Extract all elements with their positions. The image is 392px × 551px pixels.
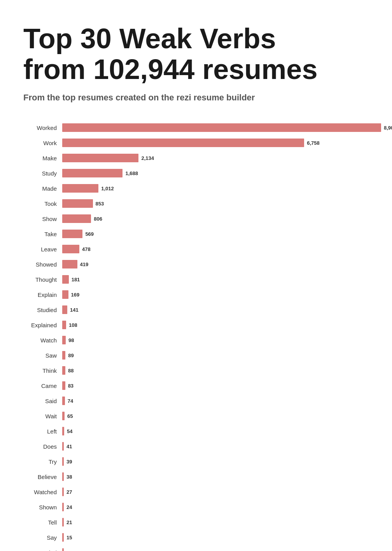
bar-label: Work (23, 140, 62, 146)
list-item: Took853 (23, 198, 369, 209)
list-item: Explained108 (23, 319, 369, 330)
bar-value: 181 (72, 277, 80, 283)
list-item: Shown24 (23, 502, 369, 512)
bar-fill (62, 245, 79, 253)
bar-value: 39 (66, 459, 72, 465)
list-item: Think88 (23, 365, 369, 376)
list-item: Does41 (23, 441, 369, 452)
list-item: Study1,688 (23, 168, 369, 179)
bar-value: 2,134 (141, 155, 154, 161)
bar-label: Left (23, 428, 62, 435)
bar-track: 478 (62, 245, 369, 253)
bar-value: 54 (67, 428, 72, 434)
list-item: Make2,134 (23, 153, 369, 163)
bar-track: 8,906 (62, 123, 392, 132)
list-item: Tried10 (23, 547, 369, 551)
bar-fill (62, 533, 64, 542)
bar-label: Thought (23, 276, 62, 283)
bar-label: Wait (23, 413, 62, 419)
bar-track: 65 (62, 412, 369, 420)
bar-fill (62, 518, 64, 526)
bar-fill (62, 214, 91, 223)
bar-fill (62, 275, 69, 284)
bar-track: 181 (62, 275, 369, 284)
bar-label: Took (23, 200, 62, 207)
list-item: Watched27 (23, 486, 369, 497)
list-item: Show806 (23, 213, 369, 224)
bar-fill (62, 548, 64, 551)
bar-value: 108 (69, 322, 77, 328)
bar-value: 1,012 (101, 186, 114, 191)
list-item: Came83 (23, 380, 369, 391)
bar-value: 169 (71, 292, 80, 298)
list-item: Try39 (23, 456, 369, 467)
bar-track: 74 (62, 397, 369, 405)
list-item: Work6,758 (23, 137, 369, 148)
bar-track: 83 (62, 381, 369, 390)
list-item: Showed419 (23, 259, 369, 270)
bar-label: Watched (23, 489, 62, 495)
bar-fill (62, 457, 64, 466)
bar-fill (62, 199, 93, 208)
bar-track: 6,758 (62, 139, 369, 147)
bar-label: Think (23, 367, 62, 374)
bar-label: Study (23, 170, 62, 177)
list-item: Explain169 (23, 289, 369, 300)
bar-fill (62, 412, 65, 420)
bar-track: 419 (62, 260, 369, 268)
bar-fill (62, 351, 65, 360)
bar-track: 853 (62, 199, 369, 208)
bar-fill (62, 290, 68, 299)
bar-fill (62, 488, 64, 496)
bar-track: 141 (62, 305, 369, 314)
list-item: Said74 (23, 395, 369, 406)
bar-track: 108 (62, 321, 369, 329)
list-item: Made1,012 (23, 183, 369, 194)
bar-fill (62, 427, 64, 435)
bar-label: Tell (23, 519, 62, 526)
bar-fill (62, 184, 98, 193)
bar-track: 38 (62, 472, 369, 481)
bar-value: 8,906 (384, 125, 392, 131)
bar-track: 89 (62, 351, 369, 360)
list-item: Saw89 (23, 350, 369, 361)
bar-fill (62, 154, 138, 162)
bar-fill (62, 139, 304, 147)
bar-track: 24 (62, 503, 369, 511)
bar-label: Made (23, 185, 62, 192)
bar-fill (62, 381, 65, 390)
list-item: Watch98 (23, 335, 369, 346)
bar-value: 853 (96, 201, 104, 207)
list-item: Leave478 (23, 244, 369, 254)
bar-fill (62, 321, 66, 329)
bar-label: Believe (23, 474, 62, 480)
list-item: Say15 (23, 532, 369, 543)
list-item: Left54 (23, 426, 369, 437)
bar-value: 83 (68, 383, 74, 389)
list-item: Tell21 (23, 517, 369, 528)
page-subtitle: From the top resumes created on the rezi… (23, 93, 369, 103)
bar-label: Watch (23, 337, 62, 344)
bar-label: Try (23, 458, 62, 465)
bar-track: 10 (62, 548, 369, 551)
bar-label: Saw (23, 352, 62, 359)
bar-track: 98 (62, 336, 369, 344)
list-item: Wait65 (23, 411, 369, 421)
list-item: Thought181 (23, 274, 369, 285)
bar-fill (62, 503, 64, 511)
bar-value: 806 (94, 216, 102, 222)
bar-fill (62, 123, 381, 132)
bar-value: 6,758 (307, 140, 320, 146)
bar-fill (62, 305, 67, 314)
bar-value: 74 (68, 398, 73, 404)
bar-value: 141 (70, 307, 79, 313)
bar-chart: Worked8,906Work6,758Make2,134Study1,688M… (23, 122, 369, 551)
bar-fill (62, 169, 122, 177)
bar-label: Worked (23, 125, 62, 131)
bar-label: Take (23, 231, 62, 237)
bar-label: Leave (23, 246, 62, 253)
bar-value: 21 (66, 519, 72, 525)
bar-label: Show (23, 216, 62, 222)
bar-value: 41 (66, 444, 72, 449)
bar-label: Make (23, 155, 62, 161)
